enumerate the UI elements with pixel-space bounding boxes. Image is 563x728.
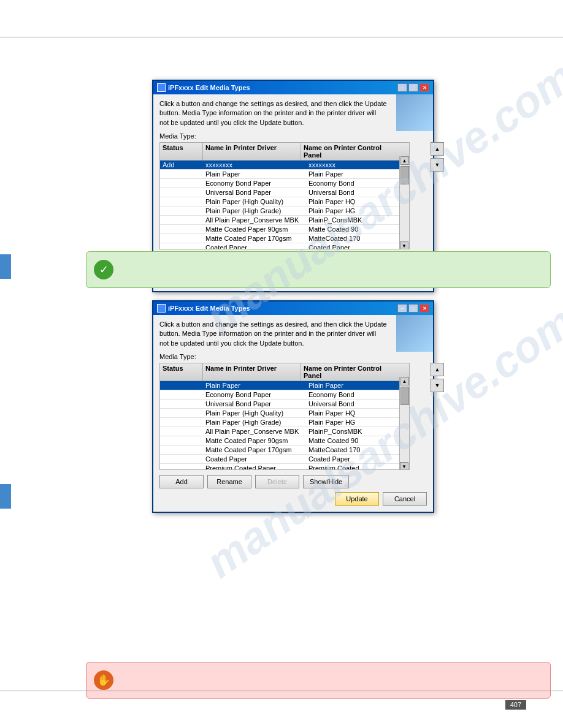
- add-btn-2[interactable]: Add: [159, 475, 204, 488]
- cell-panel: Premium Coated: [306, 464, 409, 470]
- table-row[interactable]: Matte Coated Paper 90gsm Matte Coated 90: [160, 225, 409, 234]
- cell-status: [160, 409, 203, 417]
- cell-driver: Coated Paper: [203, 455, 306, 463]
- cell-driver: Universal Bond Paper: [203, 400, 306, 408]
- table-row[interactable]: Universal Bond Paper Universal Bond: [160, 400, 409, 409]
- table-row[interactable]: Matte Coated Paper 170gsm MatteCoated 17…: [160, 446, 409, 455]
- minimize-btn-2[interactable]: ─: [397, 304, 407, 313]
- show-hide-btn-2[interactable]: Show/Hide: [303, 475, 349, 488]
- table-row[interactable]: Economy Bond Paper Economy Bond: [160, 390, 409, 400]
- cell-panel: MatteCoated 170: [306, 234, 409, 243]
- col-status-2: Status: [160, 363, 203, 381]
- rename-btn-2[interactable]: Rename: [207, 475, 251, 488]
- col-driver-2: Name in Printer Driver: [203, 363, 301, 381]
- restore-btn-1[interactable]: □: [408, 83, 418, 92]
- cancel-btn-2[interactable]: Cancel: [383, 492, 427, 506]
- sort-down-btn-1[interactable]: ▼: [431, 158, 444, 172]
- sort-down-btn-2[interactable]: ▼: [431, 379, 444, 392]
- scroll-up-2[interactable]: ▲: [400, 377, 409, 385]
- scrollbar-2[interactable]: ▲ ▼: [399, 377, 409, 470]
- scroll-thumb-2[interactable]: [400, 387, 409, 405]
- page-indicator: 407: [505, 700, 526, 710]
- cell-panel: Plain Paper HQ: [306, 409, 409, 417]
- cell-status: [160, 197, 203, 206]
- scroll-thumb-1[interactable]: [400, 166, 409, 184]
- table-row[interactable]: Coated Paper Coated Paper: [160, 243, 409, 249]
- dialog-2-button-row: Add Rename Delete Show/Hide: [159, 475, 427, 488]
- dialog-2-header-text: Click a button and change the settings a…: [159, 320, 427, 348]
- left-tab-2: [0, 484, 11, 509]
- scrollbar-1[interactable]: ▲ ▼: [399, 156, 409, 249]
- cell-panel: Coated Paper: [306, 243, 409, 249]
- dialog-2: iPFxxxx Edit Media Types ─ □ ✕ Click a b…: [152, 300, 434, 513]
- dialog-1-header-image: [396, 94, 433, 131]
- cell-panel: Plain Paper HG: [306, 418, 409, 427]
- table-row[interactable]: Add xxxxxxxx xxxxxxxx: [160, 161, 409, 170]
- minimize-btn-1[interactable]: ─: [397, 83, 407, 92]
- cell-driver: All Plain Paper_Conserve MBK: [203, 216, 306, 224]
- cell-panel: PlainP_ConsMBK: [306, 216, 409, 224]
- cell-status: [160, 464, 203, 470]
- scroll-up-1[interactable]: ▲: [400, 156, 409, 165]
- cell-status: [160, 455, 203, 463]
- table-row[interactable]: Economy Bond Paper Economy Bond: [160, 179, 409, 188]
- table-row[interactable]: Plain Paper (High Grade) Plain Paper HG: [160, 207, 409, 216]
- scroll-down-2[interactable]: ▼: [400, 462, 408, 470]
- top-rule: [0, 37, 563, 37]
- table-row[interactable]: Plain Paper (High Quality) Plain Paper H…: [160, 409, 409, 418]
- table-row[interactable]: Plain Paper Plain Paper: [160, 381, 409, 390]
- table-row[interactable]: All Plain Paper_Conserve MBK PlainP_Cons…: [160, 216, 409, 225]
- cell-driver: Coated Paper: [203, 243, 306, 249]
- dialog-2-header-image: [396, 315, 433, 352]
- table-row[interactable]: Plain Paper (High Quality) Plain Paper H…: [160, 197, 409, 207]
- cell-status: [160, 436, 203, 445]
- cell-panel: Economy Bond: [306, 179, 409, 188]
- cell-status: [160, 381, 203, 390]
- cell-driver: Plain Paper (High Grade): [203, 418, 306, 427]
- left-tab-1: [0, 254, 11, 279]
- col-panel-2: Name on Printer Control Panel: [301, 363, 399, 381]
- cell-status: [160, 243, 203, 249]
- update-btn-2[interactable]: Update: [335, 492, 379, 506]
- restore-btn-2[interactable]: □: [408, 304, 418, 313]
- cell-status: [160, 427, 203, 436]
- table-row[interactable]: All Plain Paper_Conserve MBK PlainP_Cons…: [160, 427, 409, 436]
- cell-driver: Economy Bond Paper: [203, 179, 306, 188]
- cell-status: [160, 179, 203, 188]
- scroll-down-1[interactable]: ▼: [400, 241, 408, 249]
- cell-driver: Plain Paper: [203, 381, 306, 390]
- dialog-2-title: iPFxxxx Edit Media Types: [168, 305, 250, 312]
- note-icon-orange: ✋: [94, 670, 113, 690]
- cell-driver: Matte Coated Paper 90gsm: [203, 225, 306, 233]
- table-row[interactable]: Premium Coated Paper Premium Coated: [160, 464, 409, 470]
- close-btn-1[interactable]: ✕: [419, 83, 429, 92]
- dialog-1-table: Status Name in Printer Driver Name on Pr…: [159, 142, 410, 249]
- dialog-1-table-header: Status Name in Printer Driver Name on Pr…: [160, 143, 409, 161]
- note-box-green: ✓: [86, 251, 551, 288]
- dialog-2-table-body: Plain Paper Plain Paper Economy Bond Pap…: [160, 381, 409, 470]
- table-row[interactable]: Matte Coated Paper 170gsm MatteCoated 17…: [160, 234, 409, 243]
- close-btn-2[interactable]: ✕: [419, 304, 429, 313]
- dialog-2-table: Status Name in Printer Driver Name on Pr…: [159, 363, 410, 470]
- cell-panel: Plain Paper: [306, 381, 409, 390]
- cell-driver: Plain Paper (High Grade): [203, 207, 306, 215]
- table-row[interactable]: Plain Paper (High Grade) Plain Paper HG: [160, 418, 409, 427]
- cell-driver: Plain Paper (High Quality): [203, 197, 306, 206]
- table-row[interactable]: Universal Bond Paper Universal Bond: [160, 188, 409, 197]
- dialog-1-titlebar: iPFxxxx Edit Media Types ─ □ ✕: [153, 81, 433, 94]
- col-driver-1: Name in Printer Driver: [203, 143, 301, 160]
- cell-driver: Plain Paper: [203, 170, 306, 178]
- cell-driver: xxxxxxxx: [203, 161, 306, 169]
- dialog-1-header-text: Click a button and change the settings a…: [159, 99, 427, 127]
- dialog-2-media-type-label: Media Type:: [159, 353, 427, 360]
- dialog-2-titlebar-left: iPFxxxx Edit Media Types: [157, 304, 250, 313]
- sort-up-btn-2[interactable]: ▲: [431, 363, 444, 376]
- table-row[interactable]: Matte Coated Paper 90gsm Matte Coated 90: [160, 436, 409, 446]
- sort-up-btn-1[interactable]: ▲: [431, 142, 444, 156]
- cell-panel: Matte Coated 90: [306, 225, 409, 233]
- table-row[interactable]: Plain Paper Plain Paper: [160, 170, 409, 179]
- cell-status: [160, 400, 203, 408]
- delete-btn-2[interactable]: Delete: [255, 475, 299, 488]
- col-status-1: Status: [160, 143, 203, 160]
- table-row[interactable]: Coated Paper Coated Paper: [160, 455, 409, 464]
